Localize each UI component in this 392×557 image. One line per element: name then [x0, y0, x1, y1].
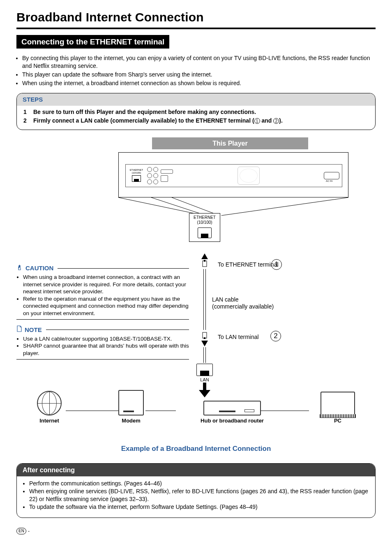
intro-bullet: When using the internet, a broadband int…: [22, 79, 376, 87]
svg-marker-11: [199, 390, 210, 397]
steps-box: STEPS 1 Be sure to turn off this Player …: [16, 93, 376, 130]
optical-icon: [161, 175, 168, 182]
step-item: 1 Be sure to turn off this Player and th…: [23, 108, 369, 116]
callout-number-1: 1: [271, 259, 282, 270]
step-text-pre: Firmly connect a LAN cable (commercially…: [33, 117, 254, 124]
arrow-down-icon: [201, 341, 208, 346]
section-heading: Connecting to the ETHERNET terminal: [16, 35, 169, 49]
note-item: SHARP cannot guarantee that all brands' …: [23, 342, 189, 357]
globe-icon: [37, 391, 62, 415]
footer-dash: -: [28, 528, 30, 534]
device-router: Hub or broadband router: [201, 401, 264, 425]
title-rule: [16, 28, 376, 29]
svg-line-1: [221, 197, 348, 216]
svg-marker-9: [201, 341, 208, 346]
lan-port-label: LAN: [182, 377, 227, 383]
svg-rect-8: [204, 337, 205, 339]
device-label: PC: [321, 417, 355, 425]
caution-note-column: CAUTION When using a broadband internet …: [16, 264, 189, 365]
caution-item: When using a broadband internet connecti…: [23, 274, 189, 295]
to-lan-label: To LAN terminal: [218, 333, 259, 341]
step-item: 2 Firmly connect a LAN cable (commercial…: [23, 117, 369, 125]
caution-head: CAUTION: [16, 264, 189, 273]
ethernet-port-icon: [198, 227, 212, 238]
player-rear-panel: ETHERNET(10/100): [125, 164, 342, 187]
ac-in-icon: [324, 172, 339, 179]
example-label: Example of a Broadband Internet Connecti…: [16, 444, 376, 454]
step-text: Be sure to turn off this Player and the …: [33, 108, 256, 116]
after-head: After connecting: [17, 464, 375, 477]
device-label: Hub or broadband router: [201, 417, 264, 425]
caution-list: When using a broadband internet connecti…: [23, 274, 189, 317]
step-circled-2: 2: [273, 118, 279, 124]
lan-cable-line: [203, 269, 206, 330]
note-item: Use a LAN cable/router supporting 10BASE…: [23, 335, 189, 343]
step-number: 1: [23, 108, 29, 116]
after-item: Perform the communication settings. (Pag…: [29, 480, 369, 487]
caution-label: CAUTION: [25, 264, 53, 272]
lan-port-icon: [196, 364, 213, 376]
callout-line: [46, 330, 189, 330]
intro-bullet: This player can update the software from…: [22, 71, 376, 79]
callout-rule: [16, 359, 189, 360]
ethernet-label-line1: ETHERNET: [190, 215, 219, 220]
steps-head: STEPS: [17, 93, 375, 106]
player-outline: ETHERNET(10/100): [118, 152, 348, 197]
svg-rect-5: [203, 261, 207, 267]
callout-line: [58, 268, 189, 269]
after-list: Perform the communication settings. (Pag…: [29, 480, 369, 511]
devices-row: Internet Modem Hub or broadband router P…: [16, 398, 376, 425]
steps-list: 1 Be sure to turn off this Player and th…: [23, 108, 369, 125]
arrow-up-icon: [201, 253, 208, 259]
lan-cable-label: LAN cable (commercially available): [212, 296, 274, 310]
svg-rect-7: [203, 332, 207, 338]
pc-icon: [321, 392, 355, 415]
fan-vent-icon: [238, 167, 260, 185]
note-head: NOTE: [16, 325, 189, 334]
footer: EN -: [16, 528, 376, 534]
intro-bullets: By connecting this player to the interne…: [22, 54, 376, 87]
lan-port-box: LAN: [182, 364, 227, 383]
footer-lang-badge: EN: [16, 528, 26, 534]
lan-cable-label-l2: (commercially available): [212, 303, 274, 310]
lan-cable-label-l1: LAN cable: [212, 296, 239, 303]
callout-number-2: 2: [270, 331, 281, 341]
big-arrow-down-icon: [199, 383, 210, 397]
callout-rule: [16, 319, 189, 320]
after-item: When enjoying online services (BD-LIVE, …: [29, 487, 369, 503]
step-and: and: [260, 117, 274, 124]
step-text-post: ).: [279, 117, 283, 124]
rj45-plug-down-icon: [201, 331, 208, 339]
rca-jacks-icon: [147, 167, 158, 184]
caution-hand-icon: [16, 264, 23, 273]
note-label: NOTE: [25, 326, 42, 334]
diagram-area: This Player ETHERNET(10/100): [16, 136, 376, 461]
step-text: Firmly connect a LAN cable (commercially…: [33, 117, 283, 125]
page-title: Broadband Internet Connection: [16, 9, 376, 26]
svg-rect-10: [203, 383, 206, 391]
svg-rect-6: [204, 260, 205, 262]
connector-lines: [118, 197, 348, 216]
this-player-label: This Player: [152, 137, 308, 150]
lan-cable-line-lower: [203, 347, 206, 363]
svg-marker-4: [201, 253, 208, 259]
note-page-icon: [16, 325, 22, 334]
mini-ethernet-icon: ETHERNET(10/100): [128, 169, 145, 183]
device-modem: Modem: [118, 390, 144, 425]
step-circled-1: 1: [254, 118, 260, 124]
device-label: Internet: [37, 417, 62, 425]
device-label: Modem: [118, 417, 144, 425]
intro-bullet: By connecting this player to the interne…: [22, 54, 376, 70]
hdmi-icon: [161, 169, 173, 174]
caution-item: Refer to the operation manual of the equ…: [23, 295, 189, 317]
ethernet-label-line2: (10/100): [190, 220, 219, 225]
after-connecting-box: After connecting Perform the communicati…: [16, 463, 376, 518]
note-list: Use a LAN cable/router supporting 10BASE…: [23, 335, 189, 357]
modem-icon: [118, 390, 144, 415]
rear-left-cluster: ETHERNET(10/100): [128, 167, 173, 184]
rj45-plug-up-icon: [201, 260, 208, 268]
device-pc: PC: [321, 392, 355, 425]
device-internet: Internet: [37, 391, 62, 425]
ethernet-callout-box: ETHERNET (10/100): [189, 213, 220, 242]
router-icon: [203, 401, 261, 415]
